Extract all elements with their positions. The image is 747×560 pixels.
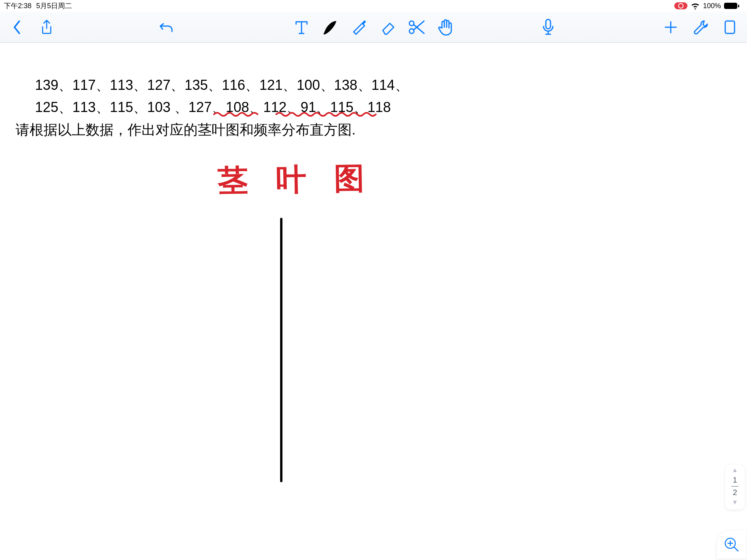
chevron-left-icon — [12, 20, 22, 35]
text-icon — [295, 19, 309, 36]
page-down-icon[interactable]: ▼ — [732, 499, 738, 506]
svg-rect-2 — [546, 19, 551, 29]
red-underline-2 — [275, 112, 380, 116]
undo-icon — [159, 21, 174, 34]
plus-icon — [664, 20, 678, 34]
problem-text: 139、117、113、127、135、116、121、100、138、114、… — [16, 51, 409, 163]
back-button[interactable] — [8, 18, 26, 37]
status-time: 下午2:38 — [4, 1, 32, 10]
battery-icon — [724, 3, 739, 9]
status-right: 100% — [674, 2, 739, 10]
record-dot-icon — [678, 3, 684, 9]
pen-icon — [322, 19, 339, 36]
highlighter-icon — [351, 19, 368, 36]
total-pages: 2 — [733, 488, 737, 497]
status-left: 下午2:38 5月5日周二 — [4, 1, 72, 10]
screen-record-indicator[interactable] — [674, 2, 687, 9]
status-date: 5月5日周二 — [36, 1, 72, 10]
microphone-icon — [542, 19, 555, 36]
magnifier-plus-icon — [723, 536, 740, 553]
prompt-prefix: 请根据以上数据，作出对应的 — [16, 122, 198, 138]
pen-tool[interactable] — [321, 18, 340, 37]
data-line-1: 139、117、113、127、135、116、121、100、138、114、 — [35, 77, 409, 93]
current-page: 1 — [733, 476, 737, 485]
term-histogram: 频率分布直方图 — [254, 122, 352, 138]
prompt-suffix: . — [352, 122, 356, 138]
svg-rect-3 — [725, 21, 735, 33]
settings-button[interactable] — [691, 18, 710, 37]
handwritten-title: 茎 叶 图 — [217, 158, 375, 201]
battery-percentage: 100% — [703, 2, 721, 10]
eraser-tool[interactable] — [379, 18, 397, 37]
highlighter-tool[interactable] — [350, 18, 368, 37]
drawn-vertical-line — [280, 218, 282, 482]
status-bar: 下午2:38 5月5日周二 100% — [0, 0, 747, 12]
page-navigator[interactable]: ▲ 1 2 ▼ — [725, 465, 745, 510]
page-up-icon[interactable]: ▲ — [732, 467, 738, 473]
add-button[interactable] — [661, 18, 680, 37]
text-tool[interactable] — [292, 18, 311, 37]
note-canvas[interactable]: 139、117、113、127、135、116、121、100、138、114、… — [0, 43, 747, 560]
red-underline-1 — [213, 112, 261, 116]
page-divider — [731, 486, 738, 487]
share-button[interactable] — [37, 18, 56, 37]
prompt-mid: 和 — [240, 122, 254, 138]
toolbar — [0, 12, 747, 43]
hand-icon — [437, 19, 454, 36]
microphone-button[interactable] — [539, 18, 558, 37]
hand-gesture-tool[interactable] — [436, 18, 455, 37]
undo-button[interactable] — [157, 18, 176, 37]
wifi-icon — [691, 2, 700, 9]
scissors-icon — [408, 19, 426, 36]
pages-button[interactable] — [721, 18, 739, 37]
page-icon — [724, 19, 736, 35]
term-stem-leaf: 茎叶图 — [198, 122, 240, 138]
wrench-icon — [693, 19, 708, 35]
zoom-button[interactable] — [717, 530, 746, 558]
lasso-scissors-tool[interactable] — [407, 18, 426, 37]
share-icon — [40, 19, 53, 35]
eraser-icon — [379, 19, 397, 36]
